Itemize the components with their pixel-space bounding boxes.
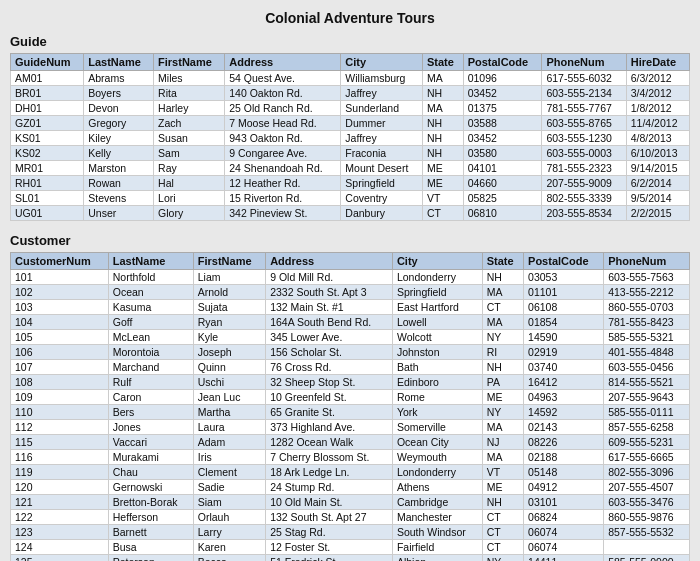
table-cell: 112 [11,420,109,435]
customer-col-header: Address [266,253,393,270]
guide-col-header: City [341,54,423,71]
guide-col-header: GuideNum [11,54,84,71]
table-cell: 603-555-3476 [604,495,690,510]
table-cell: Sadie [193,480,265,495]
table-cell: 345 Lower Ave. [266,330,393,345]
table-cell: 107 [11,360,109,375]
table-cell: 125 [11,555,109,562]
table-cell: Dummer [341,116,423,131]
table-cell: 10 Old Main St. [266,495,393,510]
table-cell: 65 Granite St. [266,405,393,420]
table-row: 103KasumaSujata132 Main St. #1East Hartf… [11,300,690,315]
table-cell: 164A South Bend Rd. [266,315,393,330]
table-cell: 207-555-4507 [604,480,690,495]
table-cell: Martha [193,405,265,420]
table-cell: 12 Heather Rd. [225,176,341,191]
table-cell: 14592 [524,405,604,420]
table-row: 120GernowskiSadie24 Stump Rd.AthensME049… [11,480,690,495]
table-cell: 373 Highland Ave. [266,420,393,435]
table-cell: 603-555-8765 [542,116,626,131]
table-cell: 603-555-2134 [542,86,626,101]
table-cell: Williamsburg [341,71,423,86]
table-cell: 104 [11,315,109,330]
table-cell: 140 Oakton Rd. [225,86,341,101]
table-cell: 617-555-6032 [542,71,626,86]
table-cell: Susan [154,131,225,146]
table-cell: 585-555-5321 [604,330,690,345]
table-row: 102OceanArnold2332 South St. Apt 3Spring… [11,285,690,300]
table-cell: 115 [11,435,109,450]
table-cell: Chau [108,465,193,480]
table-cell: 06810 [463,206,542,221]
table-cell: 02919 [524,345,604,360]
table-cell: Gernowski [108,480,193,495]
table-cell: Bretton-Borak [108,495,193,510]
table-cell: 603-555-7563 [604,270,690,285]
table-cell: Mount Desert [341,161,423,176]
table-cell: Stevens [84,191,154,206]
table-cell: 06074 [524,540,604,555]
table-row: 124BusaKaren12 Foster St.FairfieldCT0607… [11,540,690,555]
table-cell: ME [422,161,463,176]
table-cell: Ryan [193,315,265,330]
table-row: 101NorthfoldLiam9 Old Mill Rd.Londonderr… [11,270,690,285]
table-cell: 14590 [524,330,604,345]
guide-col-header: LastName [84,54,154,71]
table-cell: York [392,405,482,420]
table-cell: Joseph [193,345,265,360]
table-cell: Unser [84,206,154,221]
table-cell: Albion [392,555,482,562]
table-cell: Iris [193,450,265,465]
table-cell: Siam [193,495,265,510]
table-row: KS01KileySusan943 Oakton Rd.JaffreyNH034… [11,131,690,146]
table-cell: Kasuma [108,300,193,315]
table-cell: 103 [11,300,109,315]
table-cell: ME [482,390,523,405]
guide-section-title: Guide [10,34,690,49]
table-cell: Fairfield [392,540,482,555]
customer-section: Customer CustomerNumLastNameFirstNameAdd… [10,233,690,561]
table-cell: 4/8/2013 [626,131,689,146]
table-cell: 781-555-7767 [542,101,626,116]
table-cell: Ray [154,161,225,176]
table-cell: Edinboro [392,375,482,390]
table-cell: 860-555-9876 [604,510,690,525]
table-cell: Coventry [341,191,423,206]
table-cell: Jaffrey [341,131,423,146]
table-row: UG01UnserGlory342 Pineview St.DanburyCT0… [11,206,690,221]
table-cell: NH [482,270,523,285]
table-cell: Bath [392,360,482,375]
table-cell: Orlauh [193,510,265,525]
table-row: 116MurakamiIris7 Cherry Blossom St.Weymo… [11,450,690,465]
table-cell: 124 [11,540,109,555]
table-cell: 802-555-3096 [604,465,690,480]
table-cell: Rulf [108,375,193,390]
table-cell: NH [422,131,463,146]
table-cell: 51 Fredrick St. [266,555,393,562]
table-cell: 08226 [524,435,604,450]
table-cell: Rome [392,390,482,405]
table-cell: 617-555-6665 [604,450,690,465]
table-cell: NY [482,555,523,562]
table-cell: CT [482,540,523,555]
customer-col-header: PostalCode [524,253,604,270]
table-cell: 203-555-8534 [542,206,626,221]
table-cell: 207-555-9643 [604,390,690,405]
table-cell: 207-555-9009 [542,176,626,191]
table-cell: Sunderland [341,101,423,116]
table-cell: 04660 [463,176,542,191]
table-cell: 3/4/2012 [626,86,689,101]
table-cell: Somerville [392,420,482,435]
customer-section-title: Customer [10,233,690,248]
table-cell: 04912 [524,480,604,495]
table-cell: Barnett [108,525,193,540]
table-cell: MA [422,71,463,86]
table-row: 106MorontoiaJoseph156 Scholar St.Johnsto… [11,345,690,360]
table-cell: 02143 [524,420,604,435]
table-row: RH01RowanHal12 Heather Rd.SpringfieldME0… [11,176,690,191]
guide-col-header: Address [225,54,341,71]
table-cell: Abrams [84,71,154,86]
table-row: 122HeffersonOrlauh132 South St. Apt 27Ma… [11,510,690,525]
table-cell: Becca [193,555,265,562]
table-cell: UG01 [11,206,84,221]
